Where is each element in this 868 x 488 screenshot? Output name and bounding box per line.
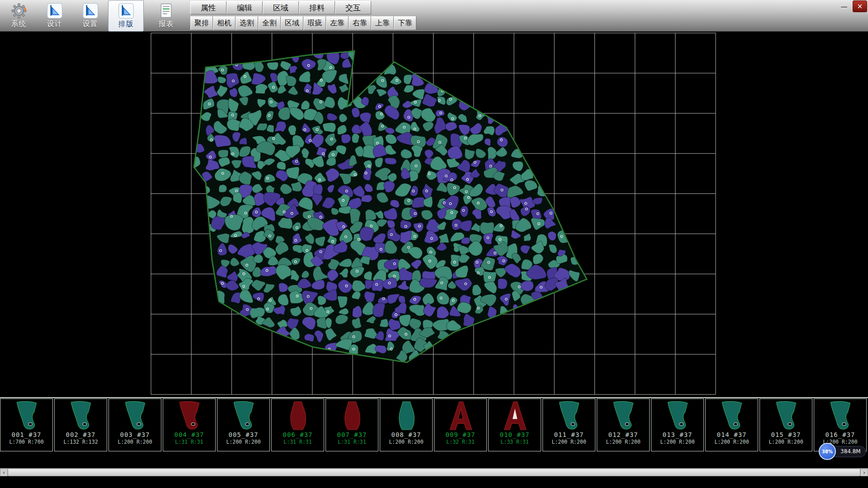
piece-thumbnail-008_#37[interactable]: 008_#37L:200 R:200 — [380, 399, 433, 451]
scroll-left-icon[interactable]: ‹ — [0, 469, 8, 476]
menu-bottom-item-9[interactable]: 上靠 — [371, 16, 394, 30]
report-icon — [158, 3, 175, 19]
menu-top-item-5[interactable]: 交互 — [335, 1, 371, 14]
nesting-canvas[interactable] — [0, 32, 868, 397]
piece-shape-icon — [716, 400, 748, 432]
piece-shape-icon — [445, 400, 476, 432]
toolbar: 系统设计设置排版报表 属性编辑区域排料交互 聚排相机选割全割区域瑕疵左靠右靠上靠… — [0, 0, 868, 32]
menu-bottom-item-10[interactable]: 下靠 — [394, 16, 416, 30]
piece-name: 007_#37 — [337, 431, 367, 438]
piece-shape-icon — [391, 400, 422, 432]
menu-top-item-3[interactable]: 区域 — [263, 1, 299, 14]
memory-badge: 384.8M — [831, 446, 866, 457]
scroll-right-icon[interactable]: › — [860, 469, 868, 476]
mode-settings[interactable]: 设置 — [72, 0, 108, 32]
piece-name: 012_#37 — [608, 431, 638, 438]
piece-shape-icon — [825, 400, 856, 432]
menu-top-item-2[interactable]: 编辑 — [226, 1, 263, 14]
mode-design[interactable]: 设计 — [37, 0, 72, 32]
piece-name: 009_#37 — [445, 431, 475, 438]
piece-thumbnail-007_#37[interactable]: 007_#37L:31 R:31 — [326, 399, 378, 451]
menu-bottom-item-5[interactable]: 区域 — [281, 16, 303, 30]
piece-name: 005_#37 — [228, 431, 258, 438]
menu-bottom-item-8[interactable]: 右靠 — [349, 16, 371, 30]
piece-shape-icon — [608, 400, 639, 432]
mode-report[interactable]: 报表 — [148, 0, 184, 32]
piece-lr-size: L:31 R:31 — [338, 439, 366, 445]
piece-shape-icon — [65, 400, 97, 432]
menu-bar: 属性编辑区域排料交互 聚排相机选割全割区域瑕疵左靠右靠上靠下靠 — [190, 0, 416, 30]
piece-shape-icon — [282, 400, 314, 432]
piece-name: 016_#37 — [825, 431, 855, 438]
mode-switcher: 系统设计设置排版报表 — [1, 0, 184, 32]
piece-shape-icon — [174, 400, 205, 432]
piece-lr-size: L:32 R:31 — [446, 439, 474, 445]
scrollbar-thumb[interactable] — [8, 469, 860, 476]
sail-icon — [82, 3, 99, 19]
piece-name: 006_#37 — [283, 431, 312, 438]
piece-shape-icon — [119, 400, 151, 432]
piece-lr-size: L:200 R:200 — [660, 439, 694, 445]
piece-thumbnail-001_#37[interactable]: 001_#37L:700 R:700 — [0, 399, 53, 451]
piece-thumbnail-012_#37[interactable]: 012_#37L:200 R:200 — [597, 399, 650, 451]
minimize-button[interactable]: — — [837, 1, 851, 12]
mode-label: 设置 — [83, 19, 98, 29]
piece-name: 001_#37 — [11, 431, 41, 438]
piece-thumbnail-005_#37[interactable]: 005_#37L:200 R:200 — [217, 399, 270, 451]
piece-name: 002_#37 — [66, 431, 95, 438]
piece-name: 014_#37 — [717, 431, 746, 438]
menu-row-bottom: 聚排相机选割全割区域瑕疵左靠右靠上靠下靠 — [190, 16, 416, 30]
menu-bottom-item-6[interactable]: 瑕疵 — [303, 16, 326, 30]
piece-name: 004_#37 — [174, 431, 204, 438]
piece-lr-size: L:200 R:200 — [606, 439, 640, 445]
piece-name: 008_#37 — [391, 431, 421, 438]
piece-thumbnail-003_#37[interactable]: 003_#37L:200 R:200 — [108, 399, 161, 451]
piece-thumbnail-013_#37[interactable]: 013_#37L:200 R:200 — [651, 399, 704, 451]
piece-lr-size: L:200 R:200 — [552, 439, 586, 445]
gear-icon — [11, 3, 27, 19]
piece-shape-icon — [553, 400, 585, 432]
mode-system[interactable]: 系统 — [1, 0, 37, 32]
piece-lr-size: L:200 R:200 — [118, 439, 152, 445]
sail-icon — [47, 3, 63, 19]
piece-lr-size: L:132 R:132 — [63, 439, 98, 445]
piece-lr-size: L:200 R:200 — [769, 439, 803, 445]
piece-thumbnail-006_#37[interactable]: 006_#37L:31 R:31 — [271, 399, 324, 451]
piece-shape-icon — [336, 400, 368, 432]
window-controls: — × — [837, 0, 868, 12]
piece-name: 011_#37 — [554, 431, 584, 438]
piece-thumbnail-010_#37[interactable]: 010_#37L:33 R:31 — [488, 399, 541, 451]
mode-label: 排版 — [118, 19, 134, 29]
piece-thumbnail-014_#37[interactable]: 014_#37L:200 R:200 — [705, 399, 758, 451]
menu-bottom-item-2[interactable]: 相机 — [213, 16, 236, 30]
menu-top-item-1[interactable]: 属性 — [190, 1, 226, 14]
menu-bottom-item-1[interactable]: 聚排 — [190, 16, 213, 30]
mode-layout[interactable]: 排版 — [108, 0, 144, 32]
piece-name: 013_#37 — [662, 431, 692, 438]
piece-thumbnail-009_#37[interactable]: 009_#37L:32 R:31 — [434, 399, 487, 451]
piece-thumbnail-015_#37[interactable]: 015_#37L:200 R:200 — [760, 399, 812, 451]
menu-bottom-item-3[interactable]: 选割 — [236, 16, 258, 30]
app-window: 系统设计设置排版报表 属性编辑区域排料交互 聚排相机选割全割区域瑕疵左靠右靠上靠… — [0, 0, 868, 488]
close-button[interactable]: × — [853, 0, 867, 12]
piece-lr-size: L:200 R:200 — [389, 439, 423, 445]
piece-thumbnail-002_#37[interactable]: 002_#37L:132 R:132 — [54, 399, 107, 451]
piece-thumbnail-004_#37[interactable]: 004_#37L:31 R:31 — [163, 399, 216, 451]
piece-lr-size: L:31 R:31 — [283, 439, 311, 445]
menu-top-item-4[interactable]: 排料 — [299, 1, 335, 14]
menu-bottom-item-4[interactable]: 全割 — [258, 16, 281, 30]
piece-lr-size: L:700 R:700 — [9, 439, 43, 445]
menu-bottom-item-7[interactable]: 左靠 — [326, 16, 349, 30]
mode-label: 设计 — [47, 19, 62, 29]
piece-shape-icon — [499, 400, 531, 432]
piece-lr-size: L:31 R:31 — [175, 439, 203, 445]
piece-name: 015_#37 — [771, 431, 801, 438]
piece-thumbnail-016_#37[interactable]: 016_#37L:200 R:200 — [814, 399, 867, 451]
piece-shape-icon — [662, 400, 693, 432]
mode-label: 系统 — [11, 19, 27, 29]
sail-icon — [118, 3, 134, 19]
horizontal-scrollbar[interactable]: ‹ › — [0, 468, 868, 476]
piece-thumbnail-011_#37[interactable]: 011_#37L:200 R:200 — [542, 399, 595, 451]
piece-name: 003_#37 — [120, 431, 150, 438]
piece-name: 010_#37 — [500, 431, 529, 438]
